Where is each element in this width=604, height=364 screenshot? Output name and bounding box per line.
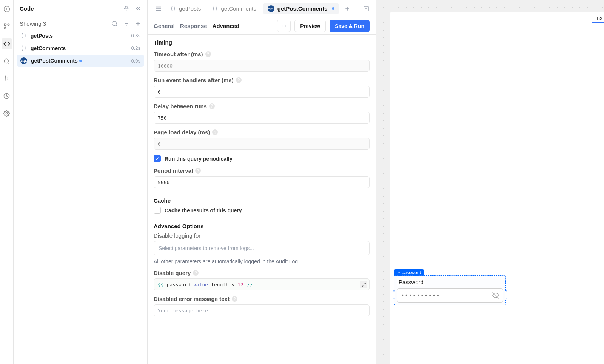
help-icon[interactable]: ? [193,270,199,276]
disable-query-input[interactable]: {{ password.value.length < 12 }} [154,278,370,290]
tab-label: getPostComments [277,5,328,12]
timeout-label: Timeout after (ms)? [154,51,370,57]
search-list-icon[interactable] [111,20,118,27]
menu-icon[interactable] [154,4,163,14]
svg-point-30 [398,272,399,272]
search-icon[interactable] [2,56,12,66]
svg-point-25 [284,25,285,26]
panel-title: Code [20,5,34,12]
password-value: •••••••••• [401,292,440,298]
eye-off-icon[interactable] [492,292,499,299]
settings-icon[interactable] [2,108,12,118]
run-handlers-input[interactable] [154,86,370,98]
svg-point-6 [4,59,8,63]
svg-point-24 [282,25,283,26]
svg-line-7 [8,62,9,63]
svg-point-9 [6,112,7,114]
disable-query-label: Disable query? [154,270,370,276]
subnav-advanced[interactable]: Advanced [213,23,240,29]
history-icon[interactable] [2,91,12,101]
brackets-icon [20,32,27,39]
query-name: getComments [31,45,66,51]
help-icon[interactable]: ? [236,77,242,83]
query-item-getpostcomments[interactable]: SQL getPostComments 0.0s [17,55,144,67]
tab-getposts[interactable]: getPosts [166,3,205,14]
delay-runs-label: Delay between runs? [154,103,370,109]
adv-options-header: Advanced Options [154,223,370,229]
canvas[interactable]: Ins password Password •••••••••• [376,0,604,364]
brackets-icon [212,6,218,11]
brackets-icon [20,45,27,51]
save-run-button[interactable]: Save & Run [330,20,370,32]
svg-point-29 [398,272,398,272]
periodic-checkbox[interactable] [154,155,161,162]
collapse-panel-icon[interactable] [135,5,141,12]
query-name: getPosts [31,33,53,39]
component-selection[interactable]: Password •••••••••• [394,275,506,305]
add-icon[interactable] [2,4,12,14]
minimize-icon[interactable] [361,4,371,14]
filter-icon[interactable] [123,20,129,27]
svg-point-4 [8,24,9,26]
query-time: 0.2s [131,45,140,51]
tab-getpostcomments[interactable]: SQL getPostComments [263,3,339,14]
help-icon[interactable]: ? [195,168,201,174]
showing-count: Showing 3 [20,20,46,27]
password-input[interactable]: •••••••••• [397,288,503,303]
svg-line-11 [116,25,117,26]
svg-line-28 [362,285,363,286]
svg-point-10 [112,21,116,25]
tab-label: getComments [221,5,256,12]
unsaved-dot-icon [79,60,82,62]
inspector-toggle[interactable]: Ins [592,14,604,23]
code-icon[interactable] [2,38,12,49]
timing-header: Timing [154,39,370,46]
help-icon[interactable]: ? [209,103,215,109]
help-icon[interactable]: ? [232,296,237,302]
tab-getcomments[interactable]: getComments [208,3,260,14]
query-item-getcomments[interactable]: getComments 0.2s [17,42,144,54]
period-input[interactable] [154,176,370,188]
add-query-icon[interactable] [135,20,141,27]
disable-log-help: All other parameters are automatically l… [154,258,370,264]
resize-handle-right[interactable] [505,290,507,299]
query-item-getposts[interactable]: getPosts 0.3s [17,30,144,41]
disable-log-label: Disable logging for [154,232,370,239]
help-icon[interactable]: ? [212,129,218,135]
svg-point-32 [398,272,398,273]
more-options-button[interactable] [277,20,291,32]
svg-line-27 [364,283,365,284]
help-icon[interactable]: ? [205,51,211,57]
page-load-label: Page load delay (ms)? [154,129,370,135]
sql-icon: SQL [20,57,27,64]
period-label: Period interval? [154,167,370,174]
svg-point-33 [398,272,399,273]
pin-icon[interactable] [123,5,129,12]
svg-point-26 [285,25,287,26]
delay-runs-input[interactable] [154,112,370,124]
unsaved-dot-icon [332,7,334,10]
svg-point-31 [399,272,400,272]
timeout-input[interactable] [154,60,370,72]
state-icon[interactable] [2,73,12,84]
component-label: Password [397,278,425,286]
query-time: 0.0s [131,58,140,64]
subnav-response[interactable]: Response [180,23,207,29]
cache-checkbox[interactable] [154,207,161,214]
preview-button[interactable]: Preview [294,20,326,32]
disabled-msg-input[interactable] [154,304,370,316]
query-name: getPostComments [31,58,78,64]
disabled-msg-label: Disabled error message text? [154,296,370,302]
resize-handle-left[interactable] [393,290,395,299]
tab-label: getPosts [179,5,201,12]
page-load-input[interactable] [154,138,370,150]
expand-code-icon[interactable] [360,281,367,288]
cache-header: Cache [154,197,370,204]
query-time: 0.3s [131,33,140,38]
subnav-general[interactable]: General [154,23,175,29]
component-tree-icon[interactable] [2,21,12,32]
disable-log-select[interactable]: Select parameters to remove from logs... [154,241,370,255]
add-tab-icon[interactable] [341,4,353,13]
cache-label: Cache the results of this query [165,207,242,213]
svg-rect-3 [4,24,6,26]
